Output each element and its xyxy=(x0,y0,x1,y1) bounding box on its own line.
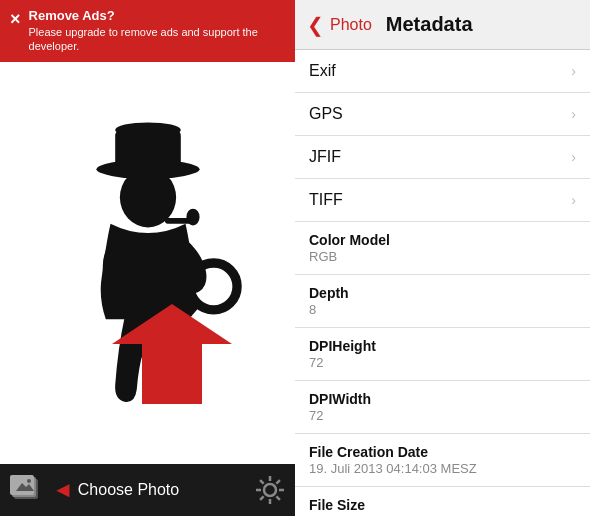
section-jfif-label: JFIF xyxy=(309,148,341,166)
section-exif[interactable]: Exif › xyxy=(295,50,590,93)
meta-color-model-key: Color Model xyxy=(309,232,390,248)
svg-point-5 xyxy=(186,208,199,225)
section-jfif[interactable]: JFIF › xyxy=(295,136,590,179)
gps-chevron-icon: › xyxy=(571,106,576,122)
tiff-chevron-icon: › xyxy=(571,192,576,208)
meta-dpi-height-value: 72 xyxy=(309,355,376,370)
meta-file-creation-date: File Creation Date 19. Juli 2013 04:14:0… xyxy=(295,434,590,487)
back-chevron-icon[interactable]: ❮ xyxy=(307,13,324,37)
meta-file-creation-date-key: File Creation Date xyxy=(309,444,477,460)
ads-subtitle: Please upgrade to remove ads and support… xyxy=(29,25,285,54)
svg-line-19 xyxy=(260,480,264,484)
section-gps[interactable]: GPS › xyxy=(295,93,590,136)
meta-dpi-width: DPIWidth 72 xyxy=(295,381,590,434)
meta-depth: Depth 8 xyxy=(295,275,590,328)
meta-depth-key: Depth xyxy=(309,285,349,301)
back-button[interactable]: Photo xyxy=(330,16,372,34)
svg-point-14 xyxy=(264,484,276,496)
left-panel: × Remove Ads? Please upgrade to remove a… xyxy=(0,0,295,516)
image-area xyxy=(0,62,295,464)
meta-dpi-height: DPIHeight 72 xyxy=(295,328,590,381)
arrow-icon: ◄ xyxy=(52,477,74,503)
remove-ads-banner: × Remove Ads? Please upgrade to remove a… xyxy=(0,0,295,62)
svg-point-13 xyxy=(27,479,31,483)
svg-line-21 xyxy=(276,480,280,484)
meta-color-model: Color Model RGB xyxy=(295,222,590,275)
meta-file-creation-date-value: 19. Juli 2013 04:14:03 MESZ xyxy=(309,461,477,476)
meta-color-model-value: RGB xyxy=(309,249,390,264)
meta-depth-value: 8 xyxy=(309,302,349,317)
ads-text: Remove Ads? Please upgrade to remove ads… xyxy=(29,8,285,54)
svg-line-20 xyxy=(276,496,280,500)
section-gps-label: GPS xyxy=(309,105,343,123)
metadata-list: Exif › GPS › JFIF › TIFF › Color Model R… xyxy=(295,50,590,516)
ads-title: Remove Ads? xyxy=(29,8,285,23)
svg-point-2 xyxy=(115,122,181,137)
jfif-chevron-icon: › xyxy=(571,149,576,165)
choose-photo-button[interactable]: ◄ Choose Photo xyxy=(52,477,247,503)
close-ads-button[interactable]: × xyxy=(10,9,21,30)
meta-dpi-height-key: DPIHeight xyxy=(309,338,376,354)
exif-chevron-icon: › xyxy=(571,63,576,79)
bottom-toolbar: ◄ Choose Photo xyxy=(0,464,295,516)
red-arrow-overlay xyxy=(112,304,232,404)
section-tiff-label: TIFF xyxy=(309,191,343,209)
svg-marker-8 xyxy=(112,304,232,404)
meta-dpi-width-value: 72 xyxy=(309,408,371,423)
settings-gear-button[interactable] xyxy=(253,473,287,507)
section-tiff[interactable]: TIFF › xyxy=(295,179,590,222)
meta-file-size: File Size 887.273 KB xyxy=(295,487,590,516)
choose-photo-label: Choose Photo xyxy=(78,481,179,499)
right-header: ❮ Photo Metadata xyxy=(295,0,590,50)
page-title: Metadata xyxy=(386,13,473,36)
right-panel: ❮ Photo Metadata Exif › GPS › JFIF › TIF… xyxy=(295,0,590,516)
meta-file-size-key: File Size xyxy=(309,497,377,513)
meta-dpi-width-key: DPIWidth xyxy=(309,391,371,407)
photo-stack-icon xyxy=(8,469,46,511)
section-exif-label: Exif xyxy=(309,62,336,80)
svg-line-22 xyxy=(260,496,264,500)
